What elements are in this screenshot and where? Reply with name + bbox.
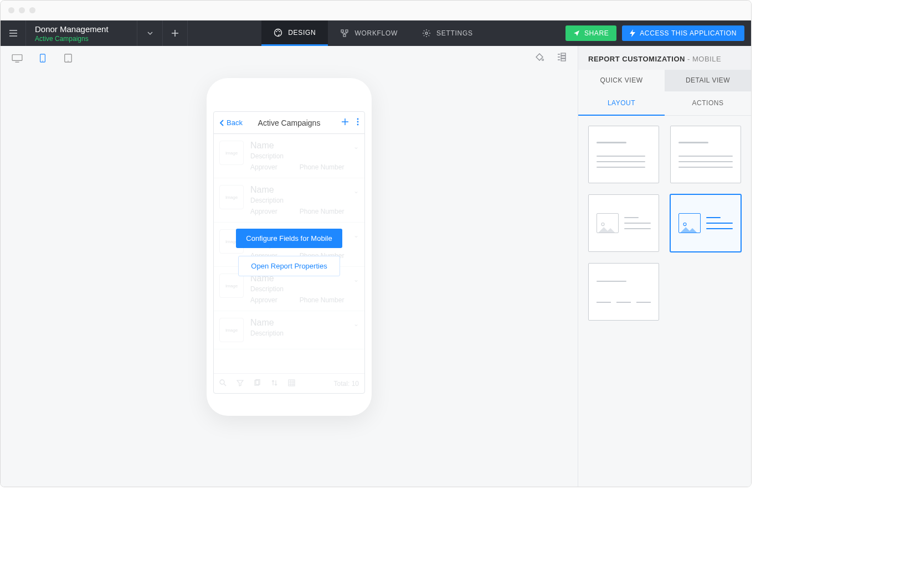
chevron-down-icon [146,29,154,37]
panel-title: REPORT CUSTOMIZATION - MOBILE [578,46,751,70]
new-app-button[interactable] [162,20,188,46]
paint-bucket-icon [534,52,544,62]
panel-title-main: REPORT CUSTOMIZATION [588,55,685,63]
image-placeholder-icon [678,213,701,233]
phone-screen: Back Active Campaigns [213,111,365,394]
top-navbar: Donor Management Active Campaigns DESIGN… [1,20,751,46]
canvas-tools [534,52,567,64]
configure-fields-button[interactable]: Configure Fields for Mobile [236,229,342,248]
desktop-icon [12,54,23,63]
layout-options [578,116,751,487]
layout-option-2[interactable] [670,126,741,183]
nav-tab-design-label: DESIGN [288,29,316,37]
svg-point-1 [276,31,277,32]
svg-point-19 [357,124,359,126]
layout-preview [597,271,651,312]
layout-option-4-selected[interactable] [670,194,741,252]
side-panel: REPORT CUSTOMIZATION - MOBILE QUICK VIEW… [578,46,751,487]
mobile-icon [37,54,48,63]
panel-title-suffix: - MOBILE [687,55,721,63]
device-tablet[interactable] [63,54,74,63]
canvas-inner: Back Active Campaigns [1,70,578,487]
share-button-label: SHARE [584,29,609,37]
phone-header-actions [341,117,359,128]
kebab-icon [357,118,359,126]
plus-icon [171,29,179,38]
app-subtitle: Active Campaigns [35,35,128,43]
image-placeholder-icon [597,213,619,233]
open-report-properties-button[interactable]: Open Report Properties [238,256,340,276]
settings-icon [422,29,431,38]
layout-option-5[interactable] [588,263,659,321]
bolt-icon [630,29,635,37]
layout-option-1[interactable] [588,126,659,183]
app-window: Donor Management Active Campaigns DESIGN… [0,0,752,487]
svg-rect-14 [561,53,565,55]
svg-point-2 [277,30,279,31]
svg-point-0 [275,29,282,36]
panel-sub-tabs: LAYOUT ACTIONS [578,91,751,116]
layout-tool[interactable] [557,52,567,64]
traffic-light-min[interactable] [19,7,25,13]
phone-mock: Back Active Campaigns [207,78,372,416]
svg-rect-6 [343,34,346,37]
svg-point-7 [425,32,428,34]
plus-icon [341,118,349,126]
svg-point-25 [683,223,686,225]
layout-preview [706,217,733,229]
phone-more-button[interactable] [357,117,359,128]
svg-point-18 [357,121,359,123]
nav-right-buttons: SHARE ACCESS THIS APPLICATION [559,20,751,46]
nav-tab-settings[interactable]: SETTINGS [410,20,485,46]
canvas-area: Back Active Campaigns [1,46,578,487]
svg-point-17 [357,118,359,120]
device-mobile[interactable] [37,54,48,63]
app-title-block: Donor Management Active Campaigns [26,20,137,46]
tab-detail-view[interactable]: DETAIL VIEW [665,70,751,91]
share-icon [573,30,580,37]
tab-quick-view[interactable]: QUICK VIEW [578,70,665,91]
device-desktop[interactable] [12,54,23,63]
app-switcher-caret[interactable] [137,20,162,46]
nav-tab-design[interactable]: DESIGN [261,20,328,46]
theme-tool[interactable] [534,52,544,64]
access-app-button[interactable]: ACCESS THIS APPLICATION [622,25,744,41]
phone-overlay: Configure Fields for Mobile Open Report … [214,112,364,393]
nav-tab-workflow[interactable]: WORKFLOW [328,20,410,46]
nav-tab-workflow-label: WORKFLOW [354,29,398,37]
svg-rect-5 [346,30,348,32]
sub-tab-actions[interactable]: ACTIONS [665,91,751,116]
design-icon [274,28,282,37]
layout-option-3[interactable] [588,194,659,252]
svg-rect-16 [561,59,565,61]
traffic-light-max[interactable] [29,7,35,13]
nav-tabs: DESIGN WORKFLOW SETTINGS [188,20,559,46]
layout-preview [624,217,651,229]
svg-rect-15 [561,56,565,58]
sub-tab-layout[interactable]: LAYOUT [578,91,665,116]
svg-point-12 [68,61,68,61]
svg-rect-8 [12,55,22,61]
traffic-light-close[interactable] [8,7,14,13]
svg-point-13 [542,59,544,61]
svg-point-10 [42,61,43,61]
layout-preview [597,134,651,175]
svg-point-3 [279,31,280,32]
hamburger-icon [8,28,18,38]
phone-add-button[interactable] [341,117,349,128]
panel-view-tabs: QUICK VIEW DETAIL VIEW [578,70,751,91]
app-title: Donor Management [35,24,128,34]
svg-point-24 [601,223,604,225]
menu-hamburger[interactable] [1,20,26,46]
device-icons [12,54,74,63]
window-titlebar [1,1,751,20]
workflow-icon [340,29,349,38]
access-app-button-label: ACCESS THIS APPLICATION [640,29,737,37]
tablet-icon [63,54,74,63]
nav-tab-settings-label: SETTINGS [436,29,473,37]
svg-rect-4 [341,30,343,32]
layout-preview [678,134,733,175]
share-button[interactable]: SHARE [565,25,616,41]
device-toolbar [1,46,578,70]
content-area: Back Active Campaigns [1,46,751,487]
